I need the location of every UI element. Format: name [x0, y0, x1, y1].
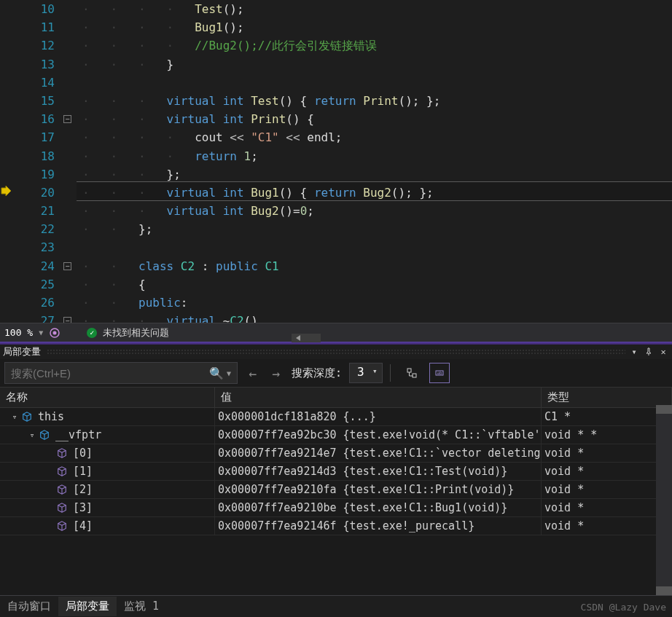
code-line[interactable]: · · · virtual int Bug2()=0; — [82, 202, 672, 220]
svg-point-3 — [53, 331, 57, 334]
pin-icon[interactable] — [643, 346, 655, 358]
variable-cube-icon — [57, 521, 67, 531]
tab-watch[interactable]: 监视 1 — [117, 597, 166, 616]
intellicode-icon[interactable] — [49, 326, 60, 339]
line-number-gutter: 101112131415161718192021222324252627 — [0, 0, 62, 323]
var-type: void * — [542, 481, 672, 498]
code-line[interactable]: · · class C2 : public C1 — [82, 257, 672, 275]
code-line[interactable]: · · · virtual int Print() { — [82, 110, 672, 128]
svg-rect-5 — [413, 374, 416, 377]
search-box[interactable]: 🔍 ▼ — [4, 362, 238, 384]
fold-column[interactable]: −−− — [62, 0, 77, 323]
table-row[interactable]: [2]0x00007ff7ea9210fa {test.exe!C1::Prin… — [0, 481, 672, 499]
code-line[interactable]: · · · } — [82, 55, 672, 74]
code-line[interactable]: · · · virtual int Test() { return Print(… — [82, 92, 672, 110]
line-number: 26 — [0, 294, 55, 312]
code-editor[interactable]: 101112131415161718192021222324252627 −−−… — [0, 0, 672, 323]
check-ok-icon: ✓ — [87, 328, 97, 338]
line-number: 15 — [0, 92, 55, 110]
code-line[interactable]: · · public: — [82, 294, 672, 312]
tree-collapse-icon[interactable] — [402, 363, 422, 383]
highlight-values-icon[interactable]: ab — [429, 363, 450, 383]
line-number: 10 — [0, 0, 55, 18]
vertical-scrollbar[interactable] — [656, 405, 672, 595]
locals-panel: 局部变量 ▾ ✕ 🔍 ▼ ← → 搜索深度: 3 ab 名称 值 类型 ▿thi… — [0, 345, 672, 617]
var-type: void * — [542, 444, 672, 462]
table-row[interactable]: ▿this0x000001dcf181a820 {...}C1 * — [0, 408, 672, 426]
line-number: 14 — [0, 74, 55, 92]
status-message: 未找到相关问题 — [103, 326, 169, 339]
editor-status-bar: 100 % ▼ ✓ 未找到相关问题 — [0, 323, 672, 342]
line-number: 21 — [0, 202, 55, 220]
search-icon[interactable]: 🔍 — [209, 366, 224, 380]
table-row[interactable]: [4]0x00007ff7ea92146f {test.exe!_purecal… — [0, 517, 672, 535]
line-number: 16 — [0, 110, 55, 128]
code-line[interactable]: · · · · Test(); — [82, 0, 672, 18]
var-value[interactable]: 0x00007ff7ea9210fa {test.exe!C1::Print(v… — [215, 481, 542, 498]
var-value[interactable]: 0x00007ff7ea9214e7 {test.exe!C1::`vector… — [215, 444, 542, 462]
expand-toggle-icon[interactable]: ▿ — [28, 431, 36, 440]
variable-cube-icon — [57, 503, 67, 513]
col-header-name[interactable]: 名称 — [0, 388, 215, 407]
code-line[interactable]: · · · · return 1; — [82, 147, 672, 165]
var-name: __vfptr — [55, 428, 101, 441]
nav-next-icon[interactable]: → — [268, 366, 284, 381]
nav-prev-icon[interactable]: ← — [245, 366, 261, 381]
line-number: 22 — [0, 220, 55, 238]
col-header-value[interactable]: 值 — [215, 388, 542, 407]
table-row[interactable]: [0]0x00007ff7ea9214e7 {test.exe!C1::`vec… — [0, 444, 672, 463]
zoom-level[interactable]: 100 % — [4, 327, 33, 338]
locals-grid-body[interactable]: ▿this0x000001dcf181a820 {...}C1 *▿__vfpt… — [0, 408, 672, 595]
code-line[interactable]: · · · virtual ~C2() — [82, 312, 672, 323]
col-header-type[interactable]: 类型 — [542, 388, 672, 407]
search-input[interactable] — [11, 367, 209, 380]
var-value[interactable]: 0x00007ff7ea92146f {test.exe!_purecall} — [215, 517, 542, 535]
code-line[interactable]: · · · · cout << "C1" << endl; — [82, 128, 672, 146]
fold-toggle[interactable]: − — [63, 262, 71, 270]
horizontal-scrollbar[interactable] — [292, 334, 321, 342]
var-value[interactable]: 0x00007ff7ea9214d3 {test.exe!C1::Test(vo… — [215, 463, 542, 480]
var-name: [1] — [73, 465, 93, 478]
zoom-dropdown-icon[interactable]: ▼ — [39, 329, 43, 337]
line-number: 11 — [0, 18, 55, 36]
table-row[interactable]: [1]0x00007ff7ea9214d3 {test.exe!C1::Test… — [0, 463, 672, 481]
fold-toggle[interactable]: − — [63, 317, 71, 323]
expand-toggle-icon[interactable]: ▿ — [10, 412, 19, 422]
code-line[interactable]: · · · · //Bug2();//此行会引发链接错误 — [82, 36, 672, 55]
tab-auto[interactable]: 自动窗口 — [0, 597, 58, 616]
execution-pointer-icon — [0, 185, 12, 197]
var-type: void * * — [542, 426, 672, 444]
line-number: 19 — [0, 165, 55, 184]
var-value[interactable]: 0x00007ff7ea92bc30 {test.exe!void(* C1::… — [215, 426, 542, 444]
close-icon[interactable]: ✕ — [657, 346, 669, 358]
code-line[interactable]: · · { — [82, 275, 672, 294]
depth-select[interactable]: 3 — [349, 363, 383, 383]
variable-cube-icon — [39, 430, 50, 440]
watermark: CSDN @Lazy Dave — [581, 602, 666, 613]
table-row[interactable]: [3]0x00007ff7ea9210be {test.exe!C1::Bug1… — [0, 499, 672, 517]
window-options-icon[interactable]: ▾ — [628, 346, 640, 358]
line-number: 27 — [0, 312, 55, 323]
line-number: 25 — [0, 275, 55, 294]
code-line[interactable] — [82, 238, 672, 256]
panel-titlebar[interactable]: 局部变量 ▾ ✕ — [0, 345, 672, 359]
code-line[interactable]: · · }; — [82, 220, 672, 238]
tab-locals[interactable]: 局部变量 — [58, 597, 117, 616]
depth-label: 搜索深度: — [292, 366, 342, 380]
var-name: [4] — [73, 519, 93, 532]
variable-cube-icon — [22, 412, 32, 422]
code-line[interactable]: · · · · Bug1(); — [82, 18, 672, 36]
code-column[interactable]: · · · · Test();· · · · Bug1();· · · · //… — [77, 0, 672, 323]
table-row[interactable]: ▿__vfptr0x00007ff7ea92bc30 {test.exe!voi… — [0, 426, 672, 444]
panel-grip[interactable] — [47, 349, 625, 355]
fold-toggle[interactable]: − — [63, 115, 71, 123]
variable-cube-icon — [57, 484, 67, 495]
code-line[interactable] — [82, 74, 672, 92]
var-value[interactable]: 0x000001dcf181a820 {...} — [215, 408, 542, 425]
panel-title: 局部变量 — [3, 345, 44, 358]
var-value[interactable]: 0x00007ff7ea9210be {test.exe!C1::Bug1(vo… — [215, 499, 542, 516]
locals-grid-header: 名称 值 类型 — [0, 387, 672, 408]
search-dropdown-icon[interactable]: ▼ — [227, 369, 231, 377]
svg-rect-4 — [407, 369, 411, 372]
var-type: C1 * — [542, 408, 672, 425]
